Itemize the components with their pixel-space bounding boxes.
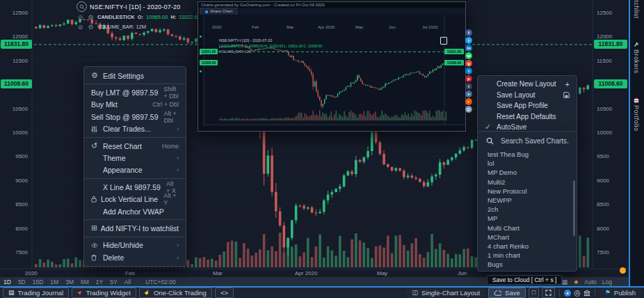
- target-icon[interactable]: ◎: [574, 290, 581, 296]
- saved-chart-item[interactable]: Bugs: [478, 260, 577, 269]
- code-button[interactable]: <>: [215, 288, 234, 298]
- range-3m[interactable]: 3M: [62, 279, 77, 285]
- menu-item-create-new-layout[interactable]: Create New Layout +: [478, 79, 577, 90]
- email-share-icon[interactable]: @: [465, 106, 472, 113]
- snapshot-month-label: Apr 2020: [318, 25, 335, 29]
- saved-chart-item[interactable]: test Thea Bug: [478, 150, 577, 159]
- log-scale-toggle[interactable]: Log: [602, 279, 612, 285]
- range-1d[interactable]: 1D: [0, 279, 15, 285]
- menu-item-sell-stop[interactable]: Sell Stop @ 9897.59 Alt + Dbl: [84, 111, 186, 123]
- grid-settings-icon[interactable]: ▦: [562, 279, 568, 285]
- saved-chart-item[interactable]: 1 min chart: [478, 251, 577, 260]
- saved-chart-item[interactable]: Multi Chart: [478, 224, 577, 233]
- saved-chart-item[interactable]: 4 chart Renko: [478, 242, 577, 251]
- tab-portfolio[interactable]: Portfolio: [630, 97, 643, 132]
- menu-item-delete[interactable]: Delete ›: [84, 251, 186, 263]
- svg-text:2020: 2020: [25, 270, 38, 276]
- series-settings-icon[interactable]: ⚙: [87, 14, 95, 21]
- menu-item-appearance[interactable]: Appearance ›: [84, 164, 186, 176]
- menu-item-hide-unhide[interactable]: Hide/Unhide ›: [84, 240, 186, 251]
- menu-item-save-layout[interactable]: Save Layout: [478, 90, 577, 101]
- bank-icon[interactable]: [583, 290, 590, 297]
- saved-chart-item[interactable]: NEWPP: [478, 196, 577, 205]
- snapshot-month-label: Jul 2020: [422, 25, 438, 29]
- menu-item-buy-lmt[interactable]: Buy LMT @ 9897.59 Shift + Dbl: [84, 86, 186, 98]
- reddit-share-icon[interactable]: r: [465, 98, 472, 105]
- auto-scale-toggle[interactable]: Auto: [584, 279, 597, 285]
- range-6m[interactable]: 6M: [77, 279, 92, 285]
- menu-item-add-anchor-vwap[interactable]: Add Anchor VWAP: [84, 205, 186, 217]
- menu-separator: [84, 178, 186, 179]
- search-icon: [486, 137, 494, 145]
- wrench-icon: [634, 42, 639, 47]
- timezone-label[interactable]: UTC+02:00: [145, 279, 176, 285]
- publish-button[interactable]: ⚑ Publish: [599, 288, 641, 298]
- googleplus-share-icon[interactable]: g: [465, 60, 472, 67]
- volume-settings-icon[interactable]: ⚙: [87, 24, 95, 31]
- twitter-share-icon[interactable]: t: [465, 37, 472, 44]
- search-input[interactable]: [499, 136, 579, 146]
- menu-item-x-line[interactable]: X Line At 9897.59 Alt + X: [84, 181, 186, 193]
- svg-text:9000: 9000: [597, 178, 609, 184]
- menu-item-clear-trades[interactable]: Clear Trades... ›: [84, 123, 186, 135]
- trading-journal-button[interactable]: ▤ Trading Journal: [3, 288, 69, 298]
- linkedin-share-icon[interactable]: in: [465, 45, 472, 52]
- hide-series-icon[interactable]: ⊘: [77, 14, 84, 21]
- range-all[interactable]: All: [121, 279, 134, 285]
- saved-chart-item[interactable]: lol: [478, 159, 577, 168]
- save-button[interactable]: Save: [488, 288, 526, 298]
- charting-app: { "symbol_header": { "title": "NSE:NIFTY…: [0, 0, 644, 298]
- single-chart-layout-button[interactable]: ◫ Single-Chart Layout: [407, 288, 485, 298]
- scrollbar-thumb[interactable]: [573, 180, 575, 236]
- svg-text:8000: 8000: [597, 226, 609, 232]
- chat-icon[interactable]: ●: [564, 290, 571, 297]
- menu-item-add-to-watchlist[interactable]: ⊞ Add NIFTY-I to watchlist: [84, 222, 186, 234]
- rocket-icon: ➤: [76, 289, 84, 297]
- trading-widget-button[interactable]: ➤ Trading Widget: [72, 288, 136, 298]
- hide-volume-icon[interactable]: ⊘: [77, 24, 84, 31]
- saved-chart-item[interactable]: New Protocol: [478, 187, 577, 196]
- one-click-trading-button[interactable]: ☛ One-Click Trading: [139, 288, 212, 298]
- saved-chart-item[interactable]: MP Demo: [478, 168, 577, 177]
- snapshot-copy-icon[interactable]: [440, 37, 447, 45]
- tab-watchlist[interactable]: Watchlist: [630, 0, 643, 19]
- menu-item-reset-app-defaults[interactable]: Reset App Defaults: [478, 111, 577, 123]
- range-1y[interactable]: 1Y: [92, 279, 106, 285]
- saved-chart-item[interactable]: 2ch: [478, 205, 577, 214]
- range-15d[interactable]: 15D: [29, 279, 47, 285]
- vk-share-icon[interactable]: v: [465, 91, 472, 97]
- tumblr-share-icon[interactable]: t: [465, 83, 472, 90]
- menu-item-save-app-profile[interactable]: Save App Profile: [478, 100, 577, 111]
- favorite-star-icon[interactable]: ★: [573, 279, 579, 285]
- tab-brokers[interactable]: Brokers: [630, 42, 643, 74]
- fullscreen-button[interactable]: [542, 288, 555, 298]
- menu-item-buy-mkt[interactable]: Buy Mkt Ctrl + Dbl: [84, 99, 186, 111]
- saved-chart-item[interactable]: MP: [478, 214, 577, 223]
- saved-chart-item[interactable]: Multi2: [478, 178, 577, 187]
- facebook-share-icon[interactable]: f: [465, 29, 472, 36]
- telegram-share-icon[interactable]: t: [465, 68, 472, 74]
- zoom-icon[interactable]: [77, 1, 87, 12]
- range-1m[interactable]: 1M: [47, 279, 62, 285]
- layout-menu: Create New Layout + Save Layout Save App…: [477, 75, 577, 136]
- svg-text:Feb: Feb: [125, 270, 135, 276]
- svg-text:12500: 12500: [597, 10, 613, 16]
- whatsapp-share-icon[interactable]: w: [465, 52, 472, 59]
- journal-icon: ▤: [8, 290, 15, 296]
- pinterest-share-icon[interactable]: p: [465, 75, 472, 82]
- menu-separator: [84, 237, 186, 237]
- frame-button[interactable]: □: [529, 288, 539, 298]
- portfolio-icon: [634, 97, 639, 103]
- menu-item-theme[interactable]: Theme ›: [84, 152, 186, 164]
- range-5y[interactable]: 5Y: [106, 279, 120, 285]
- svg-text:11500: 11500: [13, 58, 28, 64]
- menu-item-reset-chart[interactable]: ↺ Reset Chart Home: [84, 140, 186, 152]
- volume-bars: [219, 110, 446, 120]
- menu-item-edit-settings[interactable]: ⚙ Edit Settings: [84, 70, 186, 81]
- menu-item-lock-vertical-line[interactable]: Lock Vertical Line Alt + Y: [84, 194, 186, 205]
- saved-charts-panel: test Thea Bug lol MP Demo Multi2 New Pro…: [477, 131, 577, 272]
- range-5d[interactable]: 5D: [15, 279, 29, 285]
- saved-chart-item[interactable]: MChart: [478, 233, 577, 242]
- snapshot-tab[interactable]: Share Chart: [200, 8, 237, 15]
- price-badge-upper-left: 11831.80: [1, 40, 32, 49]
